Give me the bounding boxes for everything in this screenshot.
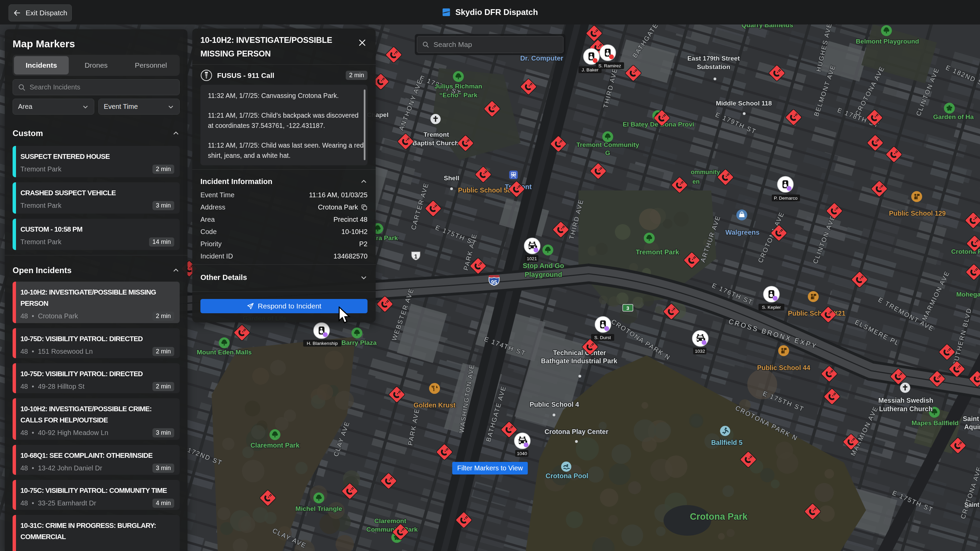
svg-text:1040: 1040 — [517, 451, 527, 456]
svg-text:Mount Eden Malls: Mount Eden Malls — [197, 349, 252, 356]
svg-text:Lutheran Church: Lutheran Church — [879, 405, 932, 413]
svg-text:G: G — [605, 149, 611, 156]
svg-text:Public School 129: Public School 129 — [889, 210, 946, 217]
svg-text:Tremont Park: Tremont Park — [636, 248, 679, 256]
svg-text:Tremont: Tremont — [424, 131, 450, 138]
svg-text:en: en — [692, 178, 700, 185]
svg-text:Substation: Substation — [697, 63, 730, 70]
svg-text:S. Kepler: S. Kepler — [762, 305, 781, 310]
svg-text:Walgreens: Walgreens — [725, 229, 759, 236]
svg-text:95: 95 — [491, 279, 497, 285]
svg-text:Crotona Park: Crotona Park — [690, 511, 748, 522]
svg-text:P. Demarco: P. Demarco — [774, 195, 798, 201]
svg-text:Tremont Community: Tremont Community — [576, 141, 640, 148]
svg-text:Middle School 118: Middle School 118 — [716, 100, 772, 107]
svg-text:1032: 1032 — [695, 349, 705, 354]
svg-text:Public School 44: Public School 44 — [757, 364, 810, 372]
svg-text:Claremont Park: Claremont Park — [250, 441, 299, 449]
svg-text:Golden Krust: Golden Krust — [414, 401, 456, 409]
svg-text:Mapes Ballfield: Mapes Ballfield — [912, 419, 959, 427]
svg-text:Mohegan: Mohegan — [956, 291, 980, 298]
svg-text:Saint Tho: Saint Tho — [964, 501, 980, 508]
svg-text:Dr. Computer: Dr. Computer — [520, 54, 563, 62]
svg-text:Garden of Ha: Garden of Ha — [933, 113, 974, 121]
svg-text:ommunity: ommunity — [691, 169, 720, 176]
svg-text:Public School 4: Public School 4 — [530, 401, 579, 408]
svg-text:Messiah Swedish: Messiah Swedish — [878, 397, 933, 404]
svg-text:Barry Plaza: Barry Plaza — [341, 339, 377, 346]
svg-text:Bathgate Industrial Park: Bathgate Industrial Park — [541, 357, 617, 365]
svg-text:1021: 1021 — [527, 256, 537, 261]
svg-text:Crotona Pool: Crotona Pool — [546, 472, 588, 480]
svg-text:3: 3 — [627, 305, 629, 311]
svg-text:Aquinas: Aquinas — [964, 423, 980, 430]
svg-text:1: 1 — [414, 253, 417, 260]
svg-text:S. Durst: S. Durst — [595, 335, 611, 340]
svg-text:“Echo” Park: “Echo” Park — [439, 92, 477, 98]
svg-text:Shell: Shell — [444, 175, 459, 182]
svg-text:Stop And Go: Stop And Go — [523, 262, 564, 269]
svg-text:Saint Th: Saint Th — [963, 415, 980, 422]
svg-text:Claremont: Claremont — [374, 517, 407, 524]
svg-text:Belmont Playground: Belmont Playground — [856, 38, 919, 45]
svg-text:Crotona Play Center: Crotona Play Center — [544, 428, 608, 435]
svg-text:Julius Richman: Julius Richman — [434, 83, 482, 90]
svg-text:Michel Triangle: Michel Triangle — [295, 505, 342, 512]
svg-text:Playground: Playground — [525, 271, 562, 278]
svg-text:Technical Center: Technical Center — [553, 349, 606, 356]
svg-text:H. Blankenship: H. Blankenship — [307, 341, 338, 346]
svg-text:Baptist Church: Baptist Church — [412, 140, 459, 147]
svg-text:East 179th Street: East 179th Street — [687, 55, 740, 62]
svg-text:Public School 58: Public School 58 — [458, 186, 511, 194]
svg-text:Public School X21: Public School X21 — [788, 310, 845, 317]
svg-text:S. Ramirez: S. Ramirez — [598, 63, 621, 68]
svg-text:Community Park: Community Park — [366, 526, 418, 533]
svg-text:tra Park: tra Park — [374, 234, 398, 241]
svg-text:Ballfield 5: Ballfield 5 — [711, 439, 743, 446]
